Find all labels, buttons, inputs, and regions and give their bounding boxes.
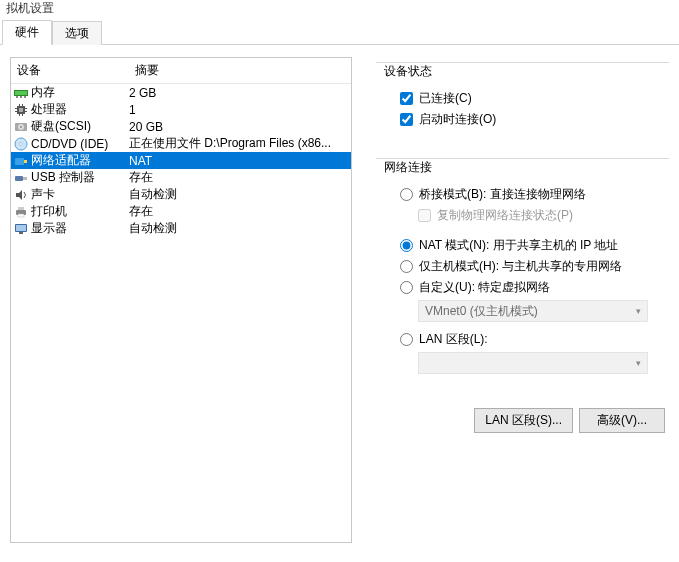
- group-title-status: 设备状态: [384, 63, 436, 80]
- list-item-label: 网络适配器: [31, 152, 129, 169]
- checkbox-replicate-label: 复制物理网络连接状态(P): [437, 207, 573, 224]
- cpu-icon: [13, 102, 29, 118]
- chevron-down-icon: ▾: [636, 358, 641, 368]
- svg-rect-3: [20, 96, 22, 98]
- svg-rect-13: [19, 114, 20, 116]
- radio-bridged-label: 桥接模式(B): 直接连接物理网络: [419, 186, 586, 203]
- window-title: 拟机设置: [0, 0, 679, 21]
- column-header-device[interactable]: 设备: [11, 58, 129, 83]
- svg-rect-8: [15, 111, 17, 112]
- radio-nat-input[interactable]: [400, 239, 413, 252]
- usb-icon: [13, 170, 29, 186]
- list-item[interactable]: 内存 2 GB: [11, 84, 351, 101]
- svg-rect-14: [22, 114, 23, 116]
- list-item-label: CD/DVD (IDE): [31, 137, 129, 151]
- radio-bridged-input[interactable]: [400, 188, 413, 201]
- hdd-icon: [13, 119, 29, 135]
- list-item-summary: 1: [129, 103, 349, 117]
- list-item[interactable]: 打印机 存在: [11, 203, 351, 220]
- svg-rect-1: [15, 91, 27, 95]
- list-item-label: 打印机: [31, 203, 129, 220]
- svg-rect-12: [22, 104, 23, 106]
- combo-custom-vmnet: VMnet0 (仅主机模式) ▾: [418, 300, 648, 322]
- list-item[interactable]: 硬盘(SCSI) 20 GB: [11, 118, 351, 135]
- radio-custom-label: 自定义(U): 特定虚拟网络: [419, 279, 550, 296]
- lan-segments-button[interactable]: LAN 区段(S)...: [474, 408, 573, 433]
- button-row: LAN 区段(S)... 高级(V)...: [376, 402, 669, 433]
- list-item[interactable]: 显示器 自动检测: [11, 220, 351, 237]
- checkbox-replicate-input: [418, 209, 431, 222]
- radio-nat-label: NAT 模式(N): 用于共享主机的 IP 地址: [419, 237, 618, 254]
- radio-lan-segment[interactable]: LAN 区段(L):: [400, 330, 661, 348]
- list-item-label: 硬盘(SCSI): [31, 118, 129, 135]
- advanced-button[interactable]: 高级(V)...: [579, 408, 665, 433]
- list-item-label: 显示器: [31, 220, 129, 237]
- group-network-connection: 网络连接 桥接模式(B): 直接连接物理网络 复制物理网络连接状态(P) NAT…: [376, 151, 669, 392]
- svg-rect-2: [16, 96, 18, 98]
- radio-bridged[interactable]: 桥接模式(B): 直接连接物理网络: [400, 185, 661, 203]
- checkbox-connect-at-poweron-label: 启动时连接(O): [419, 111, 496, 128]
- radio-custom[interactable]: 自定义(U): 特定虚拟网络: [400, 278, 661, 296]
- radio-lan-segment-input[interactable]: [400, 333, 413, 346]
- sound-icon: [13, 187, 29, 203]
- device-list: 设备 摘要 内存 2 GB 处理器 1: [10, 57, 352, 543]
- tab-options[interactable]: 选项: [52, 21, 102, 45]
- svg-rect-6: [19, 108, 23, 112]
- list-item-summary: 存在: [129, 203, 349, 220]
- checkbox-connected-input[interactable]: [400, 92, 413, 105]
- cd-icon: [13, 136, 29, 152]
- radio-lan-segment-label: LAN 区段(L):: [419, 331, 488, 348]
- printer-icon: [13, 204, 29, 220]
- svg-rect-4: [24, 96, 26, 98]
- list-item-summary: 存在: [129, 169, 349, 186]
- svg-rect-26: [18, 207, 24, 210]
- list-item[interactable]: 声卡 自动检测: [11, 186, 351, 203]
- list-item-label: 内存: [31, 84, 129, 101]
- memory-icon: [13, 85, 29, 101]
- svg-rect-27: [18, 214, 24, 217]
- group-title-network: 网络连接: [384, 159, 436, 176]
- device-list-header: 设备 摘要: [11, 58, 351, 84]
- radio-custom-input[interactable]: [400, 281, 413, 294]
- checkbox-replicate: 复制物理网络连接状态(P): [418, 206, 661, 224]
- combo-custom-vmnet-value: VMnet0 (仅主机模式): [425, 303, 538, 320]
- svg-rect-21: [24, 160, 27, 163]
- list-item-summary: 自动检测: [129, 220, 349, 237]
- network-adapter-icon: [13, 153, 29, 169]
- radio-hostonly[interactable]: 仅主机模式(H): 与主机共享的专用网络: [400, 257, 661, 275]
- svg-rect-23: [23, 177, 27, 180]
- list-item[interactable]: 网络适配器 NAT: [11, 152, 351, 169]
- svg-rect-7: [15, 108, 17, 109]
- svg-rect-11: [19, 104, 20, 106]
- list-item[interactable]: 处理器 1: [11, 101, 351, 118]
- list-item[interactable]: USB 控制器 存在: [11, 169, 351, 186]
- checkbox-connect-at-poweron-input[interactable]: [400, 113, 413, 126]
- list-item-summary: NAT: [129, 154, 349, 168]
- group-device-status: 设备状态 已连接(C) 启动时连接(O): [376, 55, 669, 141]
- list-item[interactable]: CD/DVD (IDE) 正在使用文件 D:\Program Files (x8…: [11, 135, 351, 152]
- radio-nat[interactable]: NAT 模式(N): 用于共享主机的 IP 地址: [400, 236, 661, 254]
- radio-hostonly-label: 仅主机模式(H): 与主机共享的专用网络: [419, 258, 622, 275]
- list-item-label: USB 控制器: [31, 169, 129, 186]
- list-item-label: 处理器: [31, 101, 129, 118]
- tab-hardware[interactable]: 硬件: [2, 20, 52, 45]
- list-item-summary: 2 GB: [129, 86, 349, 100]
- list-item-summary: 自动检测: [129, 186, 349, 203]
- combo-lan-segment: ▾: [418, 352, 648, 374]
- tabstrip: 硬件 选项: [0, 21, 679, 45]
- radio-hostonly-input[interactable]: [400, 260, 413, 273]
- list-item-label: 声卡: [31, 186, 129, 203]
- svg-point-17: [20, 126, 22, 128]
- svg-rect-10: [25, 111, 27, 112]
- column-header-summary[interactable]: 摘要: [129, 58, 351, 83]
- list-item-summary: 20 GB: [129, 120, 349, 134]
- checkbox-connect-at-poweron[interactable]: 启动时连接(O): [400, 110, 661, 128]
- checkbox-connected[interactable]: 已连接(C): [400, 89, 661, 107]
- svg-rect-30: [19, 232, 23, 234]
- svg-rect-20: [15, 158, 24, 165]
- svg-rect-22: [15, 176, 23, 181]
- checkbox-connected-label: 已连接(C): [419, 90, 472, 107]
- svg-marker-24: [16, 190, 22, 200]
- list-item-summary: 正在使用文件 D:\Program Files (x86...: [129, 135, 349, 152]
- chevron-down-icon: ▾: [636, 306, 641, 316]
